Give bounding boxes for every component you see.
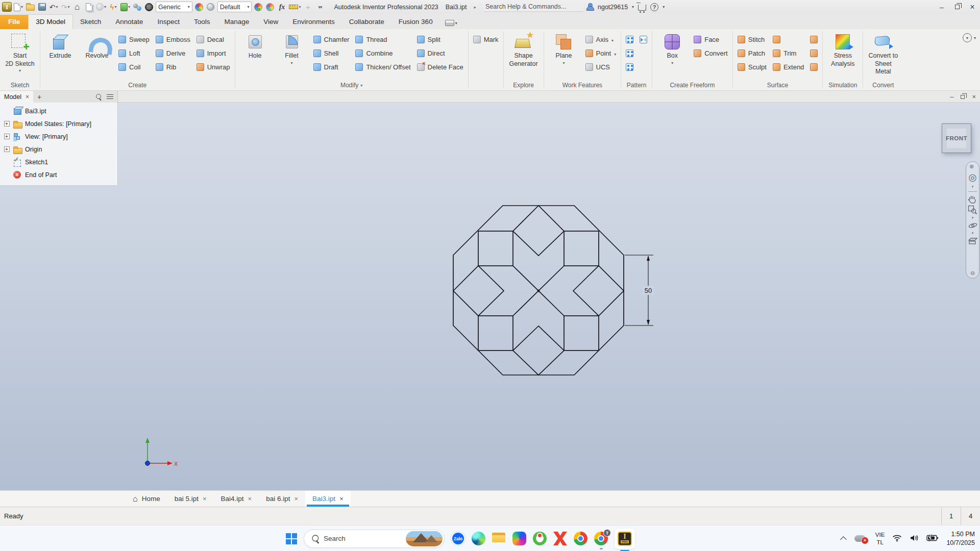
ribbon-tab-tools[interactable]: Tools bbox=[187, 15, 217, 29]
trim-button[interactable]: Trim bbox=[771, 47, 805, 60]
chrome-app-icon[interactable] bbox=[574, 532, 587, 545]
inventor-logo-icon[interactable]: I bbox=[2, 2, 12, 12]
decal-button[interactable]: Decal bbox=[195, 33, 232, 46]
navbar-close-icon[interactable]: ⊗ bbox=[966, 163, 977, 170]
sketch-square-top-right[interactable] bbox=[564, 231, 599, 266]
face-button[interactable]: Face bbox=[692, 33, 729, 46]
pan-hand-icon[interactable] bbox=[967, 194, 978, 204]
doc-close-button[interactable]: × bbox=[972, 93, 976, 101]
ucs-button[interactable]: UCS bbox=[584, 61, 618, 73]
tree-item-view-primary[interactable]: +View: [Primary] bbox=[0, 130, 117, 143]
model-canvas[interactable]: Model × + – × Bai3.ipt+Model States: [Pr… bbox=[0, 91, 980, 490]
tab-close-icon[interactable]: × bbox=[248, 495, 252, 503]
look-at-icon[interactable] bbox=[967, 237, 978, 245]
emboss-button[interactable]: Emboss bbox=[154, 33, 192, 46]
sketch-diamond-right[interactable] bbox=[573, 266, 624, 316]
sketch-square-bottom-right[interactable] bbox=[564, 316, 599, 350]
dropdown-arrow-icon[interactable]: ▾ bbox=[291, 61, 293, 65]
render-sphere-button[interactable] bbox=[144, 2, 154, 13]
zoom-window-icon[interactable] bbox=[967, 205, 978, 214]
ribbon-tab-inspect[interactable]: Inspect bbox=[150, 15, 187, 29]
signed-in-user[interactable]: ngot29615 bbox=[598, 4, 628, 11]
loft-button[interactable]: Loft bbox=[117, 47, 151, 60]
sketch-driven-pattern-button[interactable] bbox=[624, 61, 635, 73]
replace-face-button[interactable] bbox=[808, 33, 819, 46]
combine-button[interactable]: Combine bbox=[354, 47, 412, 60]
mark-button[interactable]: Mark bbox=[472, 33, 500, 46]
zoom-menu-arrow-icon[interactable]: ▾ bbox=[967, 216, 978, 220]
onedrive-error-icon[interactable] bbox=[854, 535, 866, 542]
measure-button[interactable]: ▾ bbox=[288, 2, 301, 13]
hole-button[interactable]: Hole bbox=[238, 32, 272, 60]
parameters-button[interactable]: fx bbox=[277, 2, 287, 13]
tree-item-model-states-primary[interactable]: +Model States: [Primary] bbox=[0, 117, 117, 130]
coil-button[interactable]: Coil bbox=[117, 61, 151, 73]
ribbon-tab-collaborate[interactable]: Collaborate bbox=[342, 15, 391, 29]
clear-appearance-button[interactable] bbox=[265, 2, 275, 13]
adjust-appearance-button[interactable] bbox=[253, 2, 263, 13]
ribbon-tab-3d-model[interactable]: 3D Model bbox=[28, 14, 73, 29]
extend-button[interactable]: Extend bbox=[771, 61, 805, 73]
file-explorer-icon[interactable] bbox=[492, 533, 506, 546]
help-search-input[interactable]: Search Help & Commands... bbox=[483, 2, 583, 12]
ribbon-tab-fusion-360[interactable]: Fusion 360 bbox=[391, 15, 440, 29]
ribbon-tab-environments[interactable]: Environments bbox=[285, 15, 342, 29]
windows-start-button[interactable] bbox=[286, 533, 297, 544]
color-wheel-button[interactable] bbox=[194, 2, 204, 13]
convert-to-sheet-metal-button[interactable]: Convert to Sheet Metal bbox=[866, 32, 900, 76]
tree-expander-icon[interactable]: + bbox=[4, 134, 10, 139]
box-button[interactable]: Box▾ bbox=[655, 32, 689, 65]
sketch-diamond-left[interactable] bbox=[453, 266, 504, 316]
sculpt-button[interactable]: Sculpt bbox=[736, 61, 768, 73]
user-menu-arrow-icon[interactable]: ▾ bbox=[632, 5, 634, 9]
orbit-menu-arrow-icon[interactable]: ▾ bbox=[967, 231, 978, 235]
thread-button[interactable]: Thread bbox=[354, 33, 412, 46]
dropdown-arrow-icon[interactable]: ▾ bbox=[563, 61, 565, 65]
delete-face-button[interactable]: Delete Face bbox=[415, 61, 465, 73]
sketch-drawing[interactable]: 50 bbox=[444, 199, 664, 383]
sketch-square-bottom-left[interactable] bbox=[478, 316, 513, 350]
quick-update-button[interactable]: ϟ▾ bbox=[108, 2, 118, 13]
new-file-button[interactable]: ▾ bbox=[13, 2, 23, 13]
extrude-button[interactable]: Extrude bbox=[43, 32, 77, 60]
document-tab-home[interactable]: ⌂Home bbox=[126, 491, 167, 507]
ribbon-collapse-control[interactable]: ▾ ▾ bbox=[961, 29, 980, 90]
copy-object-button[interactable] bbox=[808, 61, 819, 73]
doc-minimize-button[interactable]: – bbox=[950, 93, 953, 101]
dropdown-arrow-icon[interactable]: ▾ bbox=[611, 38, 614, 43]
undo-button[interactable]: ↶▾ bbox=[48, 2, 59, 13]
navigation-wheel-icon[interactable]: ◎ bbox=[967, 171, 978, 183]
qat-add-button[interactable]: + bbox=[303, 2, 313, 13]
document-tab-bai-6-ipt[interactable]: bai 6.ipt× bbox=[259, 491, 305, 507]
circular-pattern-button[interactable] bbox=[624, 47, 635, 60]
sketch-diamond-bottom[interactable] bbox=[513, 326, 564, 375]
browser-search-icon[interactable] bbox=[96, 94, 102, 99]
copilot-app-icon[interactable] bbox=[512, 532, 526, 545]
document-tab-bai-5-ipt[interactable]: bai 5.ipt× bbox=[167, 491, 214, 507]
appearance-select[interactable]: Default▾ bbox=[217, 2, 252, 12]
dimension-value[interactable]: 50 bbox=[645, 287, 652, 294]
volume-icon[interactable] bbox=[910, 534, 919, 543]
dropdown-arrow-icon[interactable]: ▾ bbox=[614, 52, 616, 57]
tree-expander-icon[interactable]: + bbox=[4, 146, 10, 152]
material-browser-button[interactable]: ▾ bbox=[120, 2, 131, 13]
sketch-square-top-left[interactable] bbox=[478, 231, 513, 266]
iproperties-button[interactable] bbox=[84, 2, 94, 13]
mirror-button[interactable] bbox=[638, 33, 649, 46]
tab-close-icon[interactable]: × bbox=[295, 495, 299, 503]
edge-app-icon[interactable] bbox=[472, 532, 485, 545]
ruled-surface-button[interactable] bbox=[771, 33, 805, 46]
fit-mesh-face-button[interactable] bbox=[808, 47, 819, 60]
rib-button[interactable]: Rib bbox=[154, 61, 192, 73]
battery-icon[interactable] bbox=[926, 535, 939, 543]
red-x-app-icon[interactable] bbox=[553, 532, 567, 545]
tab-close-icon[interactable]: × bbox=[339, 495, 344, 503]
patch-button[interactable]: Patch bbox=[736, 47, 768, 60]
tree-item-origin[interactable]: +Origin bbox=[0, 143, 117, 156]
navigation-wheel-arrow-icon[interactable]: ▾ bbox=[967, 185, 978, 189]
close-button[interactable]: × bbox=[965, 0, 980, 14]
draft-button[interactable]: Draft bbox=[312, 61, 351, 73]
navbar-more-icon[interactable]: ⊖ bbox=[967, 270, 978, 277]
plane-button[interactable]: Plane▾ bbox=[547, 32, 581, 65]
sketch-diamond-top[interactable] bbox=[513, 206, 564, 256]
